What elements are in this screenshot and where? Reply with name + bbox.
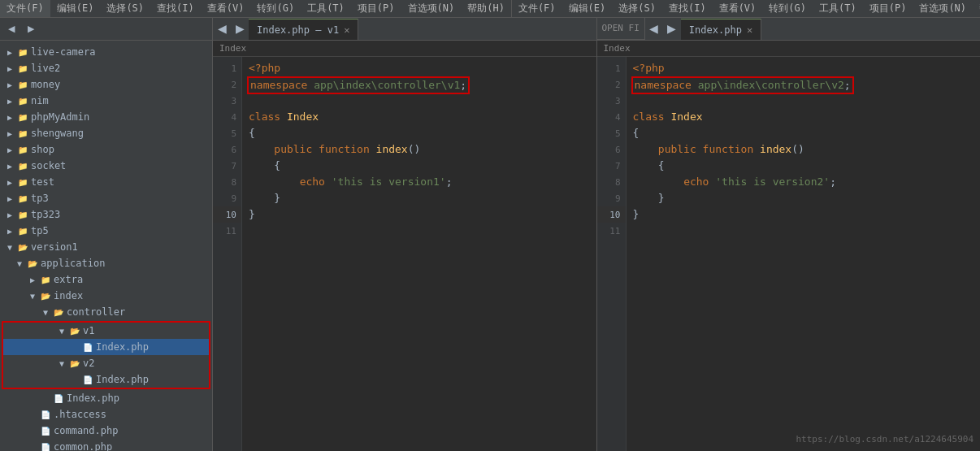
menu-prefs-right[interactable]: 首选项(N) — [913, 0, 973, 17]
tree-item-tp323[interactable]: ▶ 📁 tp323 — [0, 206, 212, 223]
tree-item-command-php[interactable]: 📄 command.php — [0, 423, 212, 439]
code-line-2: namespace app\index\controller\v1; — [249, 76, 590, 93]
tab-close-left[interactable]: ✕ — [344, 25, 349, 35]
folder-open-icon: 📂 — [39, 289, 52, 302]
menu-project-left[interactable]: 项目(P) — [351, 0, 401, 17]
tree-item-shengwang[interactable]: ▶ 📁 shengwang — [0, 125, 212, 141]
chevron-right-icon: ▶ — [3, 159, 16, 172]
menu-tools-right[interactable]: 工具(T) — [813, 0, 863, 17]
tab-title-left: Index.php — v1 — [257, 24, 339, 36]
editor-pane-left: ◀ ▶ Index.php — v1 ✕ Index 1 2 3 4 5 6 — [213, 18, 597, 451]
file-icon: 📄 — [39, 424, 52, 437]
line-num-r2: 2 — [597, 76, 626, 93]
tree-item-controller[interactable]: ▼ 📂 controller — [0, 304, 212, 320]
tree-item-shop[interactable]: ▶ 📁 shop — [0, 141, 212, 158]
tree-item-live2[interactable]: ▶ 📁 live2 — [0, 60, 212, 76]
menu-edit-right[interactable]: 编辑(E) — [562, 0, 613, 17]
tree-item-nim[interactable]: ▶ 📁 nim — [0, 93, 212, 109]
editor-pane-right: OPEN FI ◀ ▶ Index.php ✕ Index 1 2 3 4 — [597, 18, 981, 451]
menu-file-right[interactable]: 文件(F) — [512, 0, 562, 17]
tab-nav-left[interactable]: ◀ — [213, 18, 231, 40]
tab-nav-right[interactable]: ▶ — [231, 18, 249, 40]
chevron-right-icon: ▶ — [3, 46, 16, 59]
line-numbers-left: 1 2 3 4 5 6 7 8 9 10 11 — [213, 57, 242, 451]
nav-forward-button[interactable]: ▶ — [23, 21, 39, 37]
tab-close-right[interactable]: ✕ — [747, 25, 752, 35]
tree-label: Index.php — [96, 374, 149, 385]
tab-nav-left-right[interactable]: ◀ — [645, 18, 663, 40]
menu-view-right[interactable]: 查看(V) — [713, 0, 763, 17]
tree-item-application[interactable]: ▼ 📂 application — [0, 255, 212, 271]
tree-item-socket[interactable]: ▶ 📁 socket — [0, 158, 212, 174]
tab-nav-right-right[interactable]: ▶ — [663, 18, 681, 40]
menu-find-left[interactable]: 查找(I) — [150, 0, 201, 17]
folder-icon: 📁 — [16, 224, 29, 237]
chevron-down-icon: ▼ — [3, 241, 16, 254]
tree-item-htaccess[interactable]: 📄 .htaccess — [0, 406, 212, 423]
chevron-down-icon: ▼ — [26, 289, 39, 302]
tab-index-php-v1[interactable]: Index.php — v1 ✕ — [249, 19, 358, 40]
tree-label: Index.php — [67, 392, 119, 404]
menu-select-right[interactable]: 选择(S) — [612, 0, 662, 17]
folder-icon: 📁 — [39, 273, 52, 286]
menu-file-left[interactable]: 文件(F) — [0, 0, 50, 17]
tree-item-index[interactable]: ▼ 📂 index — [0, 288, 212, 304]
tree-item-index-php-v1[interactable]: 📄 Index.php — [3, 339, 209, 355]
tree-label: .htaccess — [54, 409, 106, 420]
tree-highlight-box: ▼ 📂 v1 📄 Index.php ▼ 📂 v2 — [2, 321, 210, 389]
menu-prefs-left[interactable]: 首选项(N) — [401, 0, 462, 17]
menu-find-right[interactable]: 查找(I) — [662, 0, 713, 17]
tree-item-live-camera[interactable]: ▶ 📁 live-camera — [0, 44, 212, 60]
chevron-right-icon: ▶ — [3, 111, 16, 124]
line-num-r5: 5 — [597, 125, 626, 141]
code-line-r6: public function index() — [633, 141, 974, 158]
menu-goto-right[interactable]: 转到(G) — [762, 0, 813, 17]
menu-select-left[interactable]: 选择(S) — [100, 0, 150, 17]
line-num-r3: 3 — [597, 93, 626, 109]
tree-item-common-php[interactable]: 📄 common.php — [0, 439, 212, 451]
menu-tools-left[interactable]: 工具(T) — [301, 0, 351, 17]
tree-item-money[interactable]: ▶ 📁 money — [0, 76, 212, 93]
watermark: https://blog.csdn.net/a1224645904 — [796, 434, 973, 444]
folder-icon: 📁 — [16, 208, 29, 221]
menu-help-right[interactable]: 帮助(H) — [973, 0, 980, 17]
tree-item-v1[interactable]: ▼ 📂 v1 — [3, 323, 209, 339]
folder-open-icon: 📂 — [68, 324, 81, 337]
line-num-r9: 9 — [597, 190, 626, 206]
chevron-right-icon: ▶ — [3, 224, 16, 237]
tree-item-index-php-ctrl[interactable]: 📄 Index.php — [0, 390, 212, 406]
tree-item-index-php-v2[interactable]: 📄 Index.php — [3, 371, 209, 388]
menu-project-right[interactable]: 项目(P) — [863, 0, 913, 17]
chevron-right-icon: ▶ — [3, 143, 16, 156]
code-content-right[interactable]: <?php namespace app\index\controller\v2;… — [627, 57, 981, 451]
menu-view-left[interactable]: 查看(V) — [201, 0, 251, 17]
tree-label: command.php — [54, 425, 118, 436]
tree-item-tp5[interactable]: ▶ 📁 tp5 — [0, 223, 212, 239]
menu-help-left[interactable]: 帮助(H) — [461, 0, 511, 17]
tree-item-tp3[interactable]: ▶ 📁 tp3 — [0, 190, 212, 206]
tree-item-test[interactable]: ▶ 📁 test — [0, 174, 212, 190]
code-line-r5: { — [633, 125, 974, 141]
tree-label: nim — [31, 95, 49, 106]
tree-label: tp323 — [31, 209, 60, 220]
menubar-left: 文件(F) 编辑(E) 选择(S) 查找(I) 查看(V) 转到(G) 工具(T… — [0, 0, 512, 17]
code-content-left[interactable]: <?php namespace app\index\controller\v1;… — [242, 57, 596, 451]
menu-edit-left[interactable]: 编辑(E) — [50, 0, 101, 17]
tree-label: live2 — [31, 63, 60, 74]
tree-item-phpmyadmin[interactable]: ▶ 📁 phpMyAdmin — [0, 109, 212, 125]
tree-item-version1[interactable]: ▼ 📂 version1 — [0, 239, 212, 255]
tree-item-extra[interactable]: ▶ 📁 extra — [0, 271, 212, 288]
chevron-right-icon: ▶ — [3, 94, 16, 107]
menu-goto-left[interactable]: 转到(G) — [250, 0, 301, 17]
breadcrumb-left: Index — [213, 41, 596, 57]
tree-item-v2[interactable]: ▼ 📂 v2 — [3, 355, 209, 371]
code-area-left: 1 2 3 4 5 6 7 8 9 10 11 <?php namespace … — [213, 57, 596, 451]
chevron-right-icon: ▶ — [3, 62, 16, 75]
tree-label: controller — [67, 306, 125, 318]
line-num-1: 1 — [213, 60, 241, 76]
nav-back-button[interactable]: ◀ — [3, 21, 20, 37]
chevron-right-icon: ▶ — [26, 273, 39, 286]
file-icon: 📄 — [52, 392, 65, 405]
folder-icon: 📁 — [16, 143, 29, 156]
tab-index-php-v2[interactable]: Index.php ✕ — [681, 19, 761, 40]
